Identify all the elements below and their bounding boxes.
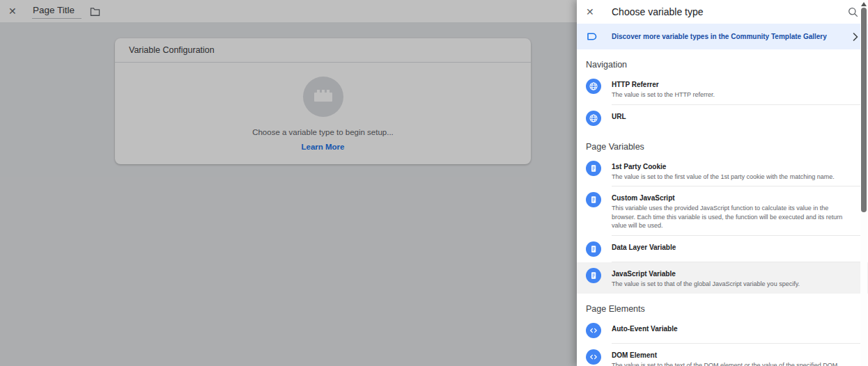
search-icon[interactable]: [848, 7, 858, 17]
variable-type-row[interactable]: HTTP Referrer The value is set to the HT…: [577, 73, 868, 105]
variable-type-row[interactable]: 1st Party Cookie The value is set to the…: [577, 155, 868, 187]
code-icon: [586, 349, 601, 365]
variable-type-desc: This variable uses the provided JavaScri…: [612, 204, 850, 230]
variable-type-title: Auto-Event Variable: [612, 324, 850, 333]
globe-icon: [586, 79, 601, 94]
section-rows: 1st Party Cookie The value is set to the…: [577, 155, 868, 294]
document-icon: [586, 268, 601, 283]
scroll-up-arrow-icon[interactable]: [861, 2, 867, 6]
banner-text: Discover more variable types in the Comm…: [612, 33, 853, 40]
code-icon: [586, 323, 601, 338]
variable-type-title: URL: [612, 112, 850, 121]
variable-type-section: Page Elements Auto-Event Variable DOM El…: [577, 294, 868, 366]
variable-type-title: DOM Element: [612, 351, 850, 360]
community-template-gallery-banner[interactable]: Discover more variable types in the Comm…: [577, 24, 868, 49]
variable-type-title: 1st Party Cookie: [612, 162, 850, 171]
panel-header: ✕ Choose variable type: [577, 0, 868, 24]
workspace-region: ✕ Page Title Variable Configuration Choo…: [0, 0, 577, 366]
variable-type-row[interactable]: DOM Element The value is set to the text…: [577, 344, 868, 366]
modal-scrim: [0, 0, 577, 366]
choose-variable-type-panel: ✕ Choose variable type Discover more var…: [577, 0, 868, 366]
section-heading: Page Elements: [577, 294, 868, 317]
variable-type-desc: The value is set to the HTTP referrer.: [612, 90, 850, 100]
variable-type-row[interactable]: Auto-Event Variable: [577, 317, 868, 344]
variable-type-desc: The value is set to the first value of t…: [612, 173, 850, 182]
section-rows: HTTP Referrer The value is set to the HT…: [577, 73, 868, 132]
variable-type-list: Navigation HTTP Referrer The value is se…: [577, 49, 868, 366]
variable-type-row[interactable]: URL: [577, 105, 868, 132]
variable-type-section: Page Variables 1st Party Cookie The valu…: [577, 132, 868, 294]
document-icon: [586, 192, 601, 207]
document-icon: [586, 241, 601, 257]
scrollbar: [860, 1, 867, 366]
variable-type-title: Data Layer Variable: [612, 243, 850, 252]
variable-type-row[interactable]: Data Layer Variable: [577, 236, 868, 262]
section-heading: Page Variables: [577, 132, 868, 155]
template-gallery-icon: [586, 31, 601, 42]
variable-type-desc: The value is set to the text of the DOM …: [612, 361, 850, 366]
chevron-right-icon: [853, 33, 858, 41]
section-heading: Navigation: [577, 49, 868, 73]
variable-type-row[interactable]: JavaScript Variable The value is set to …: [577, 262, 868, 294]
document-icon: [586, 161, 601, 176]
variable-type-row[interactable]: Custom JavaScript This variable uses the…: [577, 186, 868, 236]
globe-icon: [586, 111, 601, 126]
scrollbar-thumb[interactable]: [861, 8, 867, 212]
variable-type-desc: The value is set to that of the global J…: [612, 280, 850, 289]
panel-title: Choose variable type: [612, 6, 848, 17]
section-rows: Auto-Event Variable DOM Element The valu…: [577, 317, 868, 366]
variable-type-section: Navigation HTTP Referrer The value is se…: [577, 49, 868, 132]
close-icon[interactable]: ✕: [586, 6, 601, 17]
variable-type-title: Custom JavaScript: [612, 193, 850, 202]
variable-type-title: HTTP Referrer: [612, 80, 850, 89]
variable-type-title: JavaScript Variable: [612, 269, 850, 278]
